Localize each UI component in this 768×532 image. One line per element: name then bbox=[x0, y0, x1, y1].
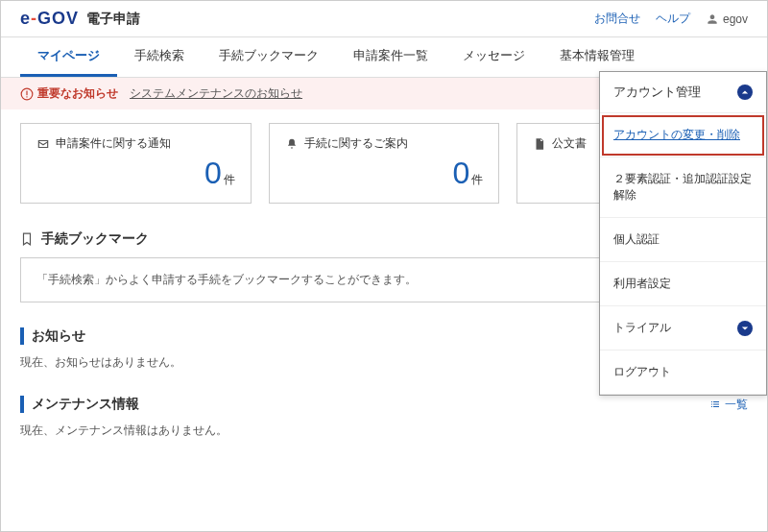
user-icon bbox=[706, 12, 719, 26]
news-title: お知らせ bbox=[32, 327, 85, 345]
card-count: 0 bbox=[453, 156, 470, 190]
svg-rect-2 bbox=[26, 96, 27, 97]
dropdown-item-user-settings[interactable]: 利用者設定 bbox=[600, 262, 766, 306]
maintenance-title: メンテナンス情報 bbox=[32, 396, 139, 413]
nav-messages[interactable]: メッセージ bbox=[445, 37, 542, 77]
logo-dash: - bbox=[31, 9, 37, 28]
logo-gov: GOV bbox=[37, 9, 79, 28]
dropdown-item-logout[interactable]: ログアウト bbox=[600, 351, 766, 395]
bell-icon bbox=[285, 137, 299, 151]
card-unit: 件 bbox=[471, 173, 483, 186]
card-unit: 件 bbox=[224, 173, 235, 186]
username: egov bbox=[723, 12, 748, 26]
dropdown-item-trial[interactable]: トライアル bbox=[600, 306, 766, 351]
mail-icon bbox=[36, 137, 50, 151]
card-title: 公文書 bbox=[552, 135, 587, 152]
dropdown-title: アカウント管理 bbox=[613, 84, 701, 101]
logo: e-GOV 電子申請 bbox=[20, 9, 140, 29]
card-count: 0 bbox=[204, 156, 222, 190]
nav-mypage[interactable]: マイページ bbox=[20, 37, 117, 77]
maintenance-list-link[interactable]: 一覧 bbox=[709, 397, 748, 413]
logo-e: e bbox=[20, 9, 31, 28]
chevron-up-icon bbox=[737, 85, 753, 100]
warning-icon: 重要なお知らせ bbox=[20, 85, 118, 102]
maintenance-empty: 現在、メンテナンス情報はありません。 bbox=[20, 423, 748, 439]
maintenance-section: メンテナンス情報 一覧 現在、メンテナンス情報はありません。 bbox=[20, 396, 748, 439]
user-info[interactable]: egov bbox=[706, 12, 748, 26]
logo-subtitle: 電子申請 bbox=[86, 11, 140, 28]
card-title: 申請案件に関する通知 bbox=[56, 135, 171, 152]
dropdown-item-2fa[interactable]: ２要素認証・追加認証設定解除 bbox=[600, 157, 766, 218]
nav: マイページ 手続検索 手続ブックマーク 申請案件一覧 メッセージ 基本情報管理 … bbox=[1, 37, 767, 78]
svg-rect-1 bbox=[26, 90, 27, 95]
dropdown-item-account-edit[interactable]: アカウントの変更・削除 bbox=[600, 113, 766, 157]
nav-cases[interactable]: 申請案件一覧 bbox=[336, 37, 445, 77]
help-link[interactable]: ヘルプ bbox=[656, 11, 690, 27]
list-icon bbox=[709, 399, 721, 410]
header-right: お問合せ ヘルプ egov bbox=[594, 11, 748, 27]
notice-link[interactable]: システムメンテナンスのお知らせ bbox=[130, 85, 302, 102]
account-dropdown: アカウント管理 アカウントの変更・削除 ２要素認証・追加認証設定解除 個人認証 … bbox=[599, 71, 767, 396]
card-title: 手続に関するご案内 bbox=[304, 135, 408, 152]
header: e-GOV 電子申請 お問合せ ヘルプ egov bbox=[1, 1, 767, 37]
card-procedure-guide[interactable]: 手続に関するご案内 0件 bbox=[269, 123, 500, 204]
contact-link[interactable]: お問合せ bbox=[594, 11, 640, 27]
nav-search[interactable]: 手続検索 bbox=[117, 37, 202, 77]
card-application-notice[interactable]: 申請案件に関する通知 0件 bbox=[20, 123, 252, 204]
bookmark-title: 手続ブックマーク bbox=[41, 230, 149, 248]
bookmark-icon bbox=[20, 232, 34, 246]
notice-label: 重要なお知らせ bbox=[37, 85, 118, 102]
dropdown-item-personal-auth[interactable]: 個人認証 bbox=[600, 218, 766, 262]
dropdown-head[interactable]: アカウント管理 bbox=[600, 72, 766, 113]
nav-bookmark[interactable]: 手続ブックマーク bbox=[202, 37, 336, 77]
chevron-down-icon bbox=[737, 321, 753, 336]
document-icon bbox=[533, 137, 546, 151]
